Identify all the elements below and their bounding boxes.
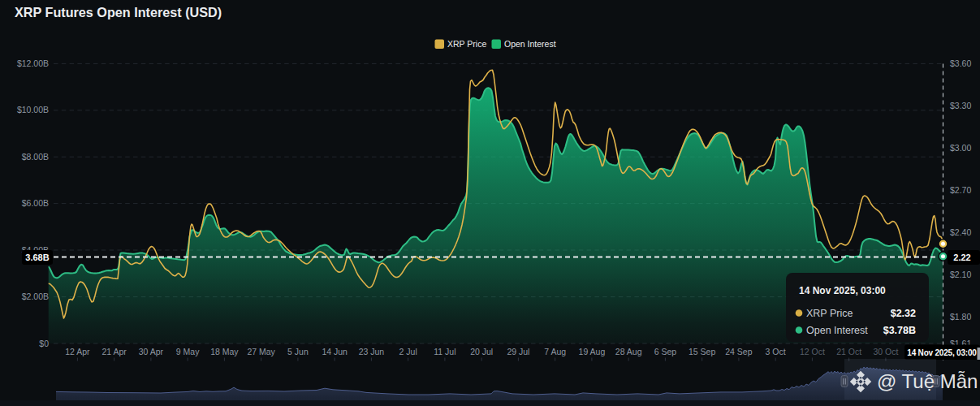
svg-text:XRP Futures Open Interest (USD: XRP Futures Open Interest (USD) [15,5,222,19]
svg-text:29 Jul: 29 Jul [507,347,529,356]
svg-text:24 Sep: 24 Sep [725,347,752,356]
svg-text:9 May: 9 May [176,347,200,356]
svg-text:27 May: 27 May [247,347,275,356]
svg-text:$6.00B: $6.00B [22,198,49,208]
svg-text:$3.60: $3.60 [950,58,971,68]
svg-text:$3.78B: $3.78B [883,325,916,336]
svg-text:$2.32: $2.32 [891,308,916,319]
svg-text:3.68B: 3.68B [25,253,49,262]
svg-text:Open Interest: Open Interest [504,39,556,49]
svg-text:18 May: 18 May [210,347,239,356]
svg-text:XRP Price: XRP Price [447,39,486,49]
svg-text:3 Oct: 3 Oct [766,347,786,356]
svg-text:6 Sep: 6 Sep [654,347,677,356]
svg-text:14 Nov 2025, 03:00: 14 Nov 2025, 03:00 [907,348,977,357]
svg-text:$8.00B: $8.00B [22,152,49,162]
svg-text:12 Oct: 12 Oct [800,347,825,356]
svg-text:28 Aug: 28 Aug [615,347,642,356]
svg-text:$1.80: $1.80 [950,312,971,322]
svg-text:$3.30: $3.30 [950,101,971,110]
svg-text:14 Jun: 14 Jun [322,347,348,356]
svg-text:21 Apr: 21 Apr [101,347,127,356]
svg-text:@ Tuệ Mẫn: @ Tuệ Mẫn [877,370,978,392]
svg-text:$2.10: $2.10 [950,270,971,279]
svg-text:15 Sep: 15 Sep [689,347,715,356]
svg-text:$12.00B: $12.00B [17,58,49,68]
svg-text:30 Apr: 30 Apr [139,347,164,356]
svg-text:5 Jun: 5 Jun [287,347,309,356]
svg-text:Open Interest: Open Interest [806,325,868,336]
svg-text:2.22: 2.22 [953,253,970,262]
svg-text:19 Aug: 19 Aug [579,347,606,356]
svg-text:20 Jul: 20 Jul [470,347,493,356]
svg-text:23 Jun: 23 Jun [359,347,385,356]
svg-text:12 Apr: 12 Apr [65,347,90,356]
svg-text:$2.00B: $2.00B [22,292,49,301]
svg-text:11 Jul: 11 Jul [434,347,455,356]
svg-text:21 Oct: 21 Oct [836,347,861,356]
svg-text:XRP Price: XRP Price [806,308,853,319]
svg-text:$3.00: $3.00 [950,143,971,153]
svg-text:30 Oct: 30 Oct [873,347,898,356]
svg-text:14 Nov 2025, 03:00: 14 Nov 2025, 03:00 [799,285,886,296]
svg-text:$10.00B: $10.00B [17,105,49,114]
svg-text:$2.40: $2.40 [950,227,971,237]
svg-text:7 Aug: 7 Aug [544,347,566,356]
svg-text:2 Jul: 2 Jul [399,347,417,356]
svg-text:$0: $0 [39,339,49,348]
svg-text:$2.70: $2.70 [950,185,971,195]
